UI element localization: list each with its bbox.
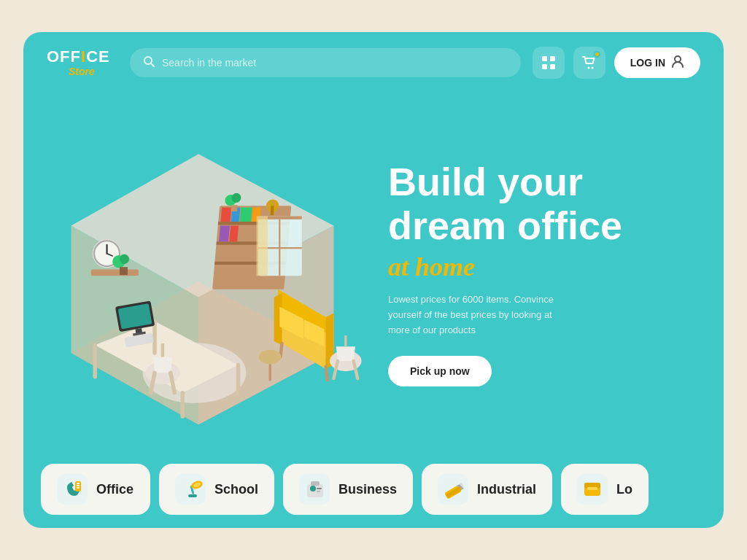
- app-container: OFFICE Store: [23, 32, 724, 528]
- svg-point-85: [310, 486, 316, 491]
- header-actions: LOG IN: [533, 47, 700, 79]
- category-office[interactable]: Office: [41, 464, 150, 515]
- svg-line-1: [151, 63, 154, 66]
- pickup-button[interactable]: Pick up now: [388, 356, 492, 386]
- category-business[interactable]: Business: [283, 464, 413, 515]
- school-label: School: [214, 482, 258, 497]
- hero-content: Build your dream office at home Lowest p…: [374, 160, 689, 386]
- user-icon: [671, 55, 684, 71]
- login-label: LOG IN: [630, 57, 665, 69]
- category-last[interactable]: Lo: [561, 464, 649, 515]
- cart-button[interactable]: [573, 47, 605, 79]
- svg-point-8: [675, 56, 681, 62]
- grid-button[interactable]: [533, 47, 565, 79]
- svg-rect-3: [550, 56, 555, 61]
- svg-rect-86: [317, 488, 322, 489]
- svg-rect-20: [240, 207, 252, 222]
- category-industrial[interactable]: Industrial: [422, 464, 552, 515]
- hero-script: at home: [388, 252, 689, 282]
- svg-rect-78: [188, 494, 197, 497]
- header: OFFICE Store: [23, 32, 724, 93]
- svg-point-40: [120, 254, 129, 264]
- svg-rect-5: [550, 64, 555, 69]
- svg-rect-22: [219, 226, 230, 242]
- svg-rect-18: [220, 207, 231, 222]
- svg-rect-74: [77, 483, 80, 484]
- login-button[interactable]: LOG IN: [614, 47, 700, 78]
- svg-rect-25: [271, 206, 274, 215]
- svg-rect-33: [257, 216, 268, 276]
- svg-rect-87: [317, 491, 320, 492]
- svg-line-64: [326, 367, 328, 381]
- search-input[interactable]: [162, 57, 508, 69]
- hero-section: Build your dream office at home Lowest p…: [23, 93, 724, 454]
- search-bar[interactable]: [130, 48, 521, 77]
- search-icon: [143, 55, 155, 70]
- category-school[interactable]: School: [159, 464, 274, 515]
- svg-rect-75: [77, 485, 80, 486]
- svg-point-6: [587, 67, 589, 69]
- hero-title: Build your dream office: [388, 160, 689, 247]
- last-label: Lo: [616, 482, 632, 497]
- svg-rect-76: [77, 487, 80, 489]
- logo-store: Store: [69, 66, 112, 77]
- category-bar: Office School: [23, 454, 724, 528]
- svg-rect-41: [120, 267, 128, 275]
- office-icon: [57, 474, 88, 505]
- industrial-icon: [438, 474, 468, 505]
- svg-marker-53: [153, 357, 172, 373]
- svg-rect-83: [307, 484, 323, 497]
- svg-rect-23: [229, 226, 239, 242]
- business-label: Business: [338, 482, 397, 497]
- svg-marker-66: [336, 346, 355, 361]
- office-label: Office: [96, 482, 133, 497]
- school-icon: [175, 474, 206, 505]
- logo-text: OFFICE: [47, 49, 112, 65]
- svg-rect-77: [175, 474, 206, 505]
- svg-rect-4: [542, 64, 547, 69]
- last-icon: [577, 474, 608, 505]
- business-icon: [299, 474, 330, 505]
- cart-badge: [594, 51, 600, 58]
- hero-image: [23, 93, 374, 454]
- industrial-label: Industrial: [477, 482, 536, 497]
- logo: OFFICE Store: [47, 49, 112, 77]
- svg-rect-84: [311, 481, 320, 486]
- svg-rect-38: [91, 270, 139, 276]
- svg-rect-2: [542, 56, 547, 61]
- svg-rect-96: [587, 487, 597, 490]
- svg-rect-28: [231, 205, 237, 211]
- svg-point-7: [591, 67, 593, 69]
- svg-point-70: [259, 350, 282, 365]
- hero-description: Lowest prices for 6000 items. Convince y…: [388, 292, 563, 338]
